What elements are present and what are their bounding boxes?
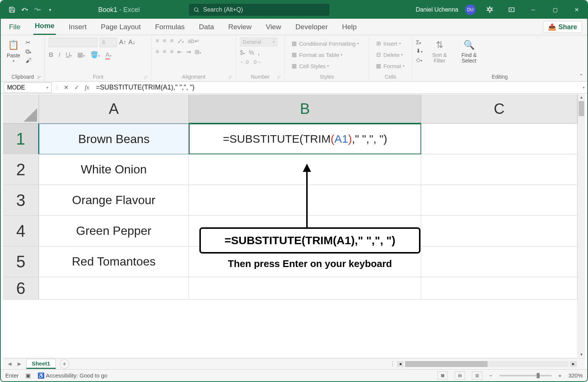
zoom-out-button[interactable]: − xyxy=(489,372,492,379)
worksheet-grid[interactable]: A B C 1 Brown Beans =SUBSTITUTE(TRIM(A1)… xyxy=(3,94,578,357)
tab-file[interactable]: File xyxy=(7,20,22,35)
font-size-combo[interactable]: 6 xyxy=(100,37,117,47)
font-name-combo[interactable] xyxy=(49,37,97,47)
format-painter-icon[interactable]: 🖌 xyxy=(25,57,31,64)
tab-home[interactable]: Home xyxy=(33,19,56,35)
coming-soon-icon[interactable] xyxy=(482,4,497,16)
scroll-thumb[interactable] xyxy=(579,101,584,116)
align-middle-icon[interactable]: ≡ xyxy=(163,37,166,45)
copy-icon[interactable]: ⧉▾ xyxy=(25,48,31,55)
indent-decrease-icon[interactable]: ⇤ xyxy=(177,48,182,55)
tab-insert[interactable]: Insert xyxy=(67,20,88,35)
tab-review[interactable]: Review xyxy=(227,20,253,35)
scroll-left-icon[interactable]: ◄ xyxy=(397,361,404,367)
cell-A2[interactable]: White Onion xyxy=(39,154,189,185)
vertical-scrollbar[interactable]: ▲ ▼ xyxy=(578,94,585,357)
format-as-table-button[interactable]: ▦Format as Table▾ xyxy=(289,50,345,59)
conditional-formatting-button[interactable]: ▦Conditional Formatting▾ xyxy=(289,39,361,48)
cell-styles-button[interactable]: ▦Cell Styles▾ xyxy=(289,61,331,70)
save-icon[interactable] xyxy=(7,4,17,15)
cell-B6[interactable] xyxy=(189,277,421,300)
username-label[interactable]: Daniel Uchenna xyxy=(416,6,458,13)
cell-A3[interactable]: Orange Flavour xyxy=(39,185,189,216)
page-break-view-button[interactable]: ▥ xyxy=(472,372,482,380)
merge-center-icon[interactable]: ⊞▾ xyxy=(195,48,201,55)
autosum-icon[interactable]: Σ▾ xyxy=(416,39,423,45)
align-top-icon[interactable]: ≡ xyxy=(156,37,159,45)
align-bottom-icon[interactable]: ≡ xyxy=(170,37,174,45)
row-header-4[interactable]: 4 xyxy=(3,216,39,246)
cell-C3[interactable] xyxy=(421,185,578,216)
cell-A5[interactable]: Red Tomantoes xyxy=(39,246,189,277)
scroll-down-icon[interactable]: ▼ xyxy=(578,352,585,357)
enter-formula-button[interactable]: ✓ xyxy=(71,84,82,91)
maximize-button[interactable]: ▢ xyxy=(548,4,563,16)
cell-C2[interactable] xyxy=(421,154,578,185)
percent-format-icon[interactable]: % xyxy=(249,49,254,56)
font-color-button[interactable]: A▾ xyxy=(105,51,111,59)
share-button[interactable]: 📤 Share xyxy=(543,21,582,33)
row-header-3[interactable]: 3 xyxy=(3,185,39,216)
select-all-corner[interactable] xyxy=(3,94,39,124)
italic-button[interactable]: I xyxy=(58,51,60,59)
zoom-slider[interactable] xyxy=(499,375,552,376)
tab-page-layout[interactable]: Page Layout xyxy=(99,20,142,35)
accounting-format-icon[interactable]: $▾ xyxy=(240,49,245,56)
number-format-combo[interactable]: General▾ xyxy=(240,37,277,46)
horizontal-scrollbar[interactable]: ⋮ ◄ ► xyxy=(389,360,577,367)
increase-font-icon[interactable]: A↑ xyxy=(119,39,126,46)
collapse-ribbon-icon[interactable]: ⌃ xyxy=(579,73,584,79)
zoom-level[interactable]: 320% xyxy=(569,372,583,379)
increase-decimal-icon[interactable]: ←.0 xyxy=(240,59,249,65)
name-box[interactable]: MODE▾ xyxy=(4,82,52,93)
row-header-1[interactable]: 1 xyxy=(3,124,39,154)
fill-icon[interactable]: ⬇▾ xyxy=(416,48,423,54)
tab-developer[interactable]: Developer xyxy=(294,20,329,35)
page-layout-view-button[interactable]: ▤ xyxy=(455,372,465,380)
hscroll-thumb[interactable] xyxy=(405,361,488,367)
search-box[interactable]: Search (Alt+Q) xyxy=(189,4,329,16)
scroll-up-icon[interactable]: ▲ xyxy=(578,95,585,99)
avatar[interactable]: DU xyxy=(465,4,476,15)
row-header-6[interactable]: 6 xyxy=(3,277,39,300)
paste-button[interactable]: 📋 Paste ▾ xyxy=(4,37,22,64)
sheet-tab-sheet1[interactable]: Sheet1 xyxy=(26,359,56,369)
align-right-icon[interactable]: ≡ xyxy=(170,48,174,55)
align-left-icon[interactable]: ≡ xyxy=(156,48,159,55)
clear-icon[interactable]: ◇▾ xyxy=(416,57,423,63)
column-header-A[interactable]: A xyxy=(39,94,189,124)
cell-C6[interactable] xyxy=(421,277,578,300)
tab-view[interactable]: View xyxy=(264,20,283,35)
cell-B1[interactable]: =SUBSTITUTE(TRIM(A1)," ",", ") xyxy=(189,124,421,154)
decrease-font-icon[interactable]: A↓ xyxy=(129,39,136,46)
borders-button[interactable]: ▦▾ xyxy=(77,51,85,59)
accessibility-status[interactable]: ♿ Accessibility: Good to go xyxy=(37,372,108,379)
expand-formula-bar-icon[interactable]: ▾ xyxy=(580,85,587,90)
scroll-right-icon[interactable]: ► xyxy=(570,361,577,367)
cell-C4[interactable] xyxy=(421,216,578,246)
qat-customize-icon[interactable]: ▾ xyxy=(45,4,55,15)
zoom-in-button[interactable]: + xyxy=(558,372,562,379)
cell-A4[interactable]: Green Pepper xyxy=(39,216,189,246)
clipboard-launcher-icon[interactable]: ◸ xyxy=(38,75,41,80)
formula-input[interactable]: =SUBSTITUTE(TRIM(A1)," ",", ") xyxy=(92,84,580,91)
sheet-nav-next-icon[interactable]: ► xyxy=(16,361,22,367)
tab-data[interactable]: Data xyxy=(197,20,215,35)
ribbon-mode-icon[interactable] xyxy=(504,4,519,16)
number-launcher-icon[interactable]: ◸ xyxy=(278,75,281,80)
add-sheet-button[interactable]: + xyxy=(60,359,69,369)
cell-C5[interactable] xyxy=(421,246,578,277)
cell-C1[interactable] xyxy=(421,124,578,154)
cell-A6[interactable] xyxy=(39,277,189,300)
normal-view-button[interactable]: ▦ xyxy=(437,372,448,380)
comma-format-icon[interactable]: , xyxy=(258,49,259,56)
tab-help[interactable]: Help xyxy=(341,20,358,35)
bold-button[interactable]: B xyxy=(49,51,53,59)
row-header-2[interactable]: 2 xyxy=(3,154,39,185)
decrease-decimal-icon[interactable]: .0→ xyxy=(253,59,262,65)
insert-cells-button[interactable]: ⊞Insert▾ xyxy=(373,39,403,48)
fill-color-button[interactable]: 🪣▾ xyxy=(90,51,100,59)
row-header-5[interactable]: 5 xyxy=(3,246,39,277)
align-center-icon[interactable]: ≡ xyxy=(163,48,166,55)
cancel-formula-button[interactable]: ✕ xyxy=(61,84,71,91)
